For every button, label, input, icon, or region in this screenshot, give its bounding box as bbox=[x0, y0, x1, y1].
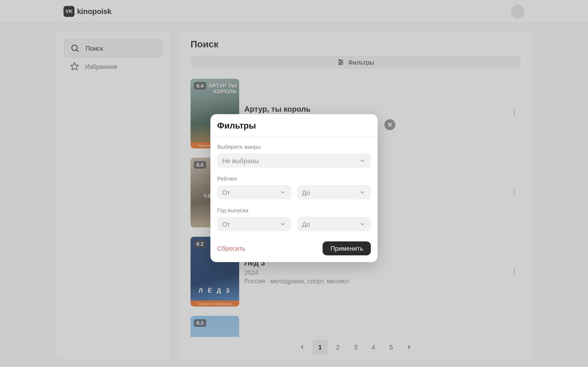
rating-to-select[interactable]: До bbox=[297, 185, 371, 200]
reset-button[interactable]: Сбросить bbox=[217, 245, 245, 252]
apply-button[interactable]: Применить bbox=[323, 241, 371, 255]
rating-from-select[interactable]: От bbox=[217, 185, 291, 200]
year-from-select[interactable]: От bbox=[217, 217, 291, 231]
genres-select[interactable]: Не выбраны bbox=[217, 153, 371, 168]
modal-close-button[interactable] bbox=[384, 119, 396, 130]
select-placeholder: Не выбраны bbox=[222, 157, 259, 164]
chevron-down-icon bbox=[359, 157, 366, 164]
chevron-down-icon bbox=[359, 221, 366, 227]
genres-field-label: Выберите жанры bbox=[217, 144, 371, 150]
year-to-select[interactable]: До bbox=[297, 217, 371, 231]
modal-title: Фильтры bbox=[210, 114, 378, 137]
filters-modal: Фильтры Выберите жанры Не выбраны Рейтин… bbox=[210, 114, 378, 262]
chevron-down-icon bbox=[279, 221, 286, 227]
select-placeholder: От bbox=[222, 220, 230, 228]
select-placeholder: От bbox=[222, 189, 230, 196]
select-placeholder: До bbox=[302, 220, 310, 228]
year-field-label: Год выпуска bbox=[217, 207, 371, 214]
chevron-down-icon bbox=[279, 189, 286, 196]
select-placeholder: До bbox=[302, 189, 310, 196]
chevron-down-icon bbox=[359, 189, 366, 196]
rating-field-label: Рейтинг bbox=[217, 175, 371, 182]
close-icon bbox=[387, 122, 393, 128]
